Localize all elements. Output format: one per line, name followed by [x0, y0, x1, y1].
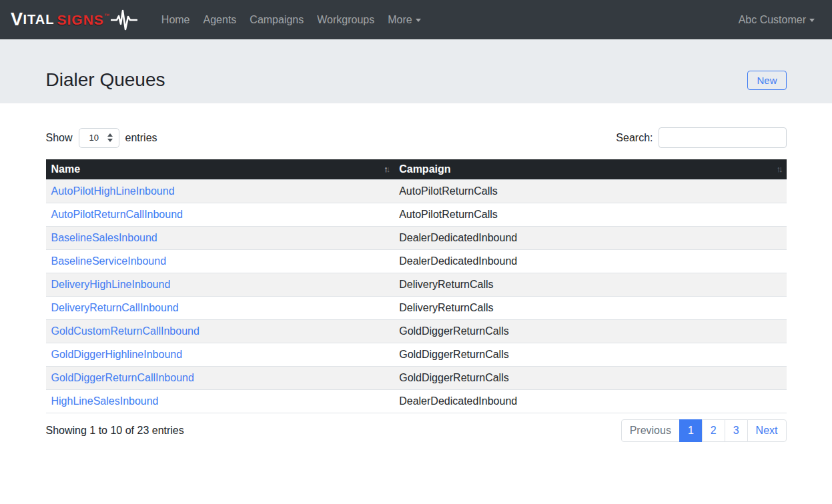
- dialer-queues-table: Name ↑↓ Campaign ↑↓ AutoPilotHighLineInb…: [46, 159, 787, 413]
- campaign-cell: DeliveryReturnCalls: [394, 273, 786, 297]
- table-row: DeliveryHighLineInboundDeliveryReturnCal…: [46, 273, 787, 297]
- brand-logo[interactable]: VITALSIGNS™: [11, 9, 137, 31]
- page-length-value: 10: [89, 133, 99, 143]
- queue-name-link[interactable]: GoldDiggerReturnCallInbound: [51, 372, 194, 383]
- column-header-name[interactable]: Name ↑↓: [46, 159, 394, 180]
- queue-name-link[interactable]: BaselineServiceInbound: [51, 255, 167, 267]
- table-row: GoldDiggerHighlineInboundGoldDiggerRetur…: [46, 343, 787, 367]
- queue-name-link[interactable]: GoldDiggerHighlineInbound: [51, 349, 183, 360]
- search-control: Search:: [616, 127, 786, 148]
- queue-name-link[interactable]: AutoPilotHighLineInbound: [51, 185, 175, 197]
- campaign-cell: GoldDiggerReturnCalls: [394, 343, 786, 367]
- table-row: GoldCustomReturnCallInboundGoldDiggerRet…: [46, 320, 787, 343]
- campaign-cell: DeliveryReturnCalls: [394, 297, 786, 320]
- queue-name-link[interactable]: DeliveryReturnCallInbound: [51, 302, 179, 313]
- user-menu-label: Abc Customer: [739, 14, 806, 25]
- pagination-page-2[interactable]: 2: [702, 419, 725, 442]
- page-header-strip: Dialer Queues New: [0, 39, 832, 103]
- search-label: Search:: [616, 132, 653, 144]
- table-row: AutoPilotHighLineInboundAutoPilotReturnC…: [46, 180, 787, 203]
- caret-down-icon: [416, 19, 421, 22]
- nav-item-home[interactable]: Home: [155, 9, 197, 31]
- new-button[interactable]: New: [747, 71, 786, 90]
- campaign-cell: AutoPilotReturnCalls: [394, 180, 786, 203]
- nav-item-campaigns[interactable]: Campaigns: [243, 9, 310, 31]
- queue-name-link[interactable]: BaselineSalesInbound: [51, 232, 157, 243]
- trademark-symbol: ™: [104, 13, 109, 19]
- column-header-campaign-label: Campaign: [399, 163, 450, 175]
- table-row: BaselineSalesInboundDealerDedicatedInbou…: [46, 227, 787, 250]
- user-menu-dropdown[interactable]: Abc Customer: [732, 9, 821, 31]
- queue-name-link[interactable]: DeliveryHighLineInbound: [51, 279, 171, 290]
- table-row: GoldDiggerReturnCallInboundGoldDiggerRet…: [46, 367, 787, 390]
- campaign-cell: DealerDedicatedInbound: [394, 250, 786, 273]
- page-length-select[interactable]: 10: [79, 128, 119, 148]
- caret-down-icon: [809, 19, 815, 22]
- table-header-row: Name ↑↓ Campaign ↑↓: [46, 159, 787, 180]
- pagination-page-3[interactable]: 3: [725, 419, 748, 442]
- brand-text-signs: SIGNS: [57, 12, 103, 28]
- queue-name-link[interactable]: HighLineSalesInbound: [51, 395, 159, 407]
- top-navbar: VITALSIGNS™ Home Agents Campaigns Workgr…: [0, 0, 832, 39]
- brand-text-vital-initial: V: [11, 9, 23, 30]
- brand-text-vital: ITAL: [23, 12, 55, 27]
- entries-label: entries: [125, 132, 157, 144]
- entries-info: Showing 1 to 10 of 23 entries: [46, 425, 184, 437]
- heartbeat-pulse-icon: [111, 9, 137, 31]
- select-updown-carets-icon: [107, 133, 113, 142]
- pagination-next[interactable]: Next: [747, 419, 787, 442]
- main-nav: Home Agents Campaigns Workgroups More: [155, 9, 428, 31]
- queue-name-link[interactable]: GoldCustomReturnCallInbound: [51, 325, 199, 337]
- pagination: Previous 1 2 3 Next: [621, 419, 787, 442]
- search-input[interactable]: [659, 127, 787, 148]
- sort-ascending-icon: ↑↓: [384, 164, 388, 174]
- nav-item-more-label: More: [388, 14, 412, 25]
- pagination-page-1[interactable]: 1: [679, 419, 703, 442]
- table-controls: Show 10 entries Search:: [46, 127, 787, 148]
- column-header-campaign[interactable]: Campaign ↑↓: [394, 159, 786, 180]
- table-row: BaselineServiceInboundDealerDedicatedInb…: [46, 250, 787, 273]
- campaign-cell: GoldDiggerReturnCalls: [394, 367, 786, 390]
- nav-item-more-dropdown[interactable]: More: [381, 9, 427, 31]
- table-row: DeliveryReturnCallInboundDeliveryReturnC…: [46, 297, 787, 320]
- column-header-name-label: Name: [51, 163, 81, 175]
- show-label: Show: [46, 132, 73, 144]
- table-row: AutoPilotReturnCallInboundAutoPilotRetur…: [46, 203, 787, 227]
- nav-item-agents[interactable]: Agents: [197, 9, 244, 31]
- table-footer: Showing 1 to 10 of 23 entries Previous 1…: [46, 419, 787, 442]
- main-content: Show 10 entries Search: Name ↑↓ Campaign…: [46, 127, 787, 442]
- campaign-cell: GoldDiggerReturnCalls: [394, 320, 786, 343]
- sort-both-icon: ↑↓: [777, 164, 781, 174]
- campaign-cell: DealerDedicatedInbound: [394, 227, 786, 250]
- campaign-cell: DealerDedicatedInbound: [394, 390, 786, 413]
- page-length-control: Show 10 entries: [46, 128, 157, 148]
- table-row: HighLineSalesInboundDealerDedicatedInbou…: [46, 390, 787, 413]
- navbar-right: Abc Customer: [732, 9, 821, 31]
- queue-name-link[interactable]: AutoPilotReturnCallInbound: [51, 209, 183, 220]
- nav-item-workgroups[interactable]: Workgroups: [310, 9, 381, 31]
- pagination-previous[interactable]: Previous: [621, 419, 680, 442]
- campaign-cell: AutoPilotReturnCalls: [394, 203, 786, 227]
- page-title: Dialer Queues: [46, 67, 165, 93]
